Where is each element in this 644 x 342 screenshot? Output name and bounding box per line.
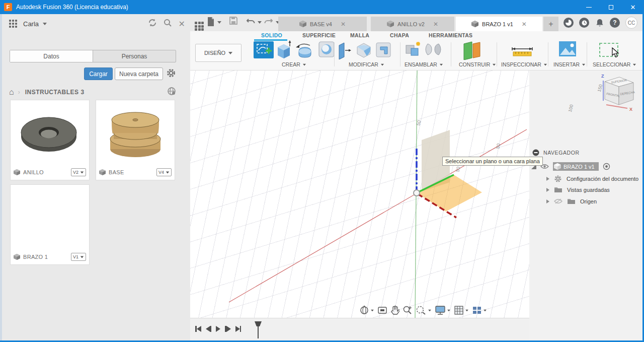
insert-image-icon[interactable] (558, 41, 577, 59)
file-card-brazo[interactable]: BRAZO 1 V1 (10, 184, 90, 265)
breadcrumb-folder[interactable]: INSTRUCTABLES 3 (25, 89, 85, 96)
minimize-button[interactable] (578, 0, 600, 14)
new-document-tab-button[interactable]: + (543, 17, 558, 31)
expand-arrow-icon[interactable] (546, 199, 549, 203)
home-icon[interactable]: ⌂ (9, 88, 14, 97)
doc-tab-anillo[interactable]: ANILLO v2 ✕ (371, 17, 454, 31)
save-icon[interactable] (229, 17, 237, 27)
version-dropdown[interactable]: V2 (71, 168, 86, 176)
orbit-tool-icon[interactable] (359, 305, 374, 315)
grid-settings-icon[interactable] (454, 305, 469, 315)
notifications-bell-icon[interactable] (595, 18, 605, 28)
shell-icon[interactable] (374, 41, 392, 61)
view-cube[interactable]: Z X SUPERIOR FRONTAL DERECHA (596, 71, 641, 113)
viewports-layout-icon[interactable] (472, 306, 487, 315)
maximize-button[interactable] (600, 0, 622, 14)
zoom-tool-icon[interactable] (403, 305, 413, 315)
group-seleccionar[interactable]: SELECCIONAR (593, 61, 636, 67)
group-ensamblar[interactable]: ENSAMBLAR (405, 61, 443, 67)
data-panel-tabs: Datos Personas (10, 50, 176, 62)
data-settings-gear-icon[interactable] (166, 68, 176, 80)
fillet-icon[interactable] (355, 41, 373, 61)
viewcube-z-label: Z (601, 74, 604, 79)
step-forward-button[interactable] (225, 326, 231, 332)
root-component-selected[interactable]: BRAZO 1 v1 (553, 162, 599, 171)
go-to-end-button[interactable] (235, 326, 242, 332)
activate-component-radio-icon[interactable] (603, 163, 610, 170)
fit-view-tool-icon[interactable] (416, 305, 432, 315)
undo-caret[interactable] (258, 21, 262, 24)
team-name[interactable]: Carla (23, 20, 39, 28)
construction-plane-icon[interactable] (461, 40, 483, 62)
doc-tab-close-icon[interactable]: ✕ (522, 21, 527, 28)
new-folder-button[interactable]: Nueva carpeta (115, 67, 163, 80)
look-at-tool-icon[interactable] (377, 306, 387, 315)
user-avatar[interactable]: CC (625, 17, 637, 29)
group-insertar[interactable]: INSERTAR (553, 61, 586, 67)
redo-icon[interactable] (264, 17, 273, 26)
upload-button[interactable]: Cargar (84, 67, 113, 80)
extensions-icon[interactable] (564, 18, 574, 28)
help-icon[interactable]: ? (610, 18, 620, 28)
tab-personas[interactable]: Personas (93, 50, 176, 62)
measure-icon[interactable] (511, 44, 533, 58)
context-tab-herramientas[interactable]: HERRAMIENTAS (429, 32, 472, 38)
origin-point[interactable] (414, 190, 420, 196)
context-tab-solido[interactable]: SOLIDO (261, 32, 282, 38)
group-construir[interactable]: CONSTRUIR (459, 61, 496, 67)
navigator-title: NAVEGADOR (543, 150, 580, 156)
extrude-icon[interactable] (275, 40, 292, 61)
x-axis-line[interactable] (229, 129, 527, 302)
context-tab-malla[interactable]: MALLA (350, 32, 369, 38)
new-component-icon[interactable] (404, 40, 422, 60)
pan-tool-icon[interactable] (390, 305, 399, 315)
refresh-icon[interactable] (148, 18, 157, 29)
navigator-row-doc-settings[interactable]: Configuración del documento (546, 175, 638, 183)
close-window-button[interactable]: ✕ (622, 0, 644, 14)
collapse-panel-icon[interactable] (532, 149, 539, 156)
group-crear[interactable]: CREAR (282, 61, 306, 67)
job-status-clock-icon[interactable] (579, 18, 589, 28)
group-modificar[interactable]: MODIFICAR (349, 61, 384, 67)
press-pull-icon[interactable] (337, 41, 352, 61)
hole-icon[interactable] (317, 40, 336, 60)
expand-arrow-icon[interactable] (546, 188, 549, 192)
search-icon[interactable] (163, 18, 172, 29)
file-card-anillo[interactable]: ANILLO V2 (10, 100, 90, 180)
project-web-icon[interactable] (167, 87, 176, 98)
visibility-off-eye-icon[interactable] (554, 198, 562, 204)
undo-icon[interactable] (247, 17, 256, 26)
file-card-base[interactable]: BASE V4 (96, 100, 175, 180)
play-button[interactable] (216, 326, 220, 332)
go-to-start-button[interactable] (195, 326, 201, 332)
context-tab-superficie[interactable]: SUPERFICIE (302, 32, 336, 38)
app-grid-icon[interactable] (195, 17, 204, 31)
step-back-button[interactable] (206, 326, 212, 332)
timeline-playhead[interactable] (255, 321, 263, 339)
workspace-selector[interactable]: DISEÑO (195, 44, 242, 62)
display-settings-icon[interactable] (435, 305, 451, 315)
navigator-row-origin[interactable]: Origen (546, 198, 597, 204)
file-menu-icon[interactable] (207, 17, 215, 29)
revolve-icon[interactable] (295, 42, 315, 60)
file-menu-caret[interactable] (217, 21, 221, 24)
doc-tab-base[interactable]: BASE v4 ✕ (278, 17, 367, 31)
version-dropdown[interactable]: V1 (71, 253, 86, 261)
navigator-root-row[interactable]: BRAZO 1 v1 (531, 162, 610, 171)
doc-tab-label: ANILLO v2 (397, 21, 425, 27)
doc-tab-brazo-active[interactable]: BRAZO 1 v1 ✕ (456, 17, 542, 31)
tab-datos[interactable]: Datos (10, 50, 93, 62)
close-panel-icon[interactable]: ✕ (179, 19, 185, 29)
navigator-row-saved-views[interactable]: Vistas guardadas (546, 186, 610, 193)
group-inspeccionar[interactable]: INSPECCIONAR (501, 61, 547, 67)
navigator-header[interactable]: NAVEGADOR (532, 149, 580, 156)
version-dropdown[interactable]: V4 (156, 168, 172, 176)
context-tab-chapa[interactable]: CHAPA (390, 32, 409, 38)
joint-icon[interactable] (425, 41, 442, 60)
expand-arrow-icon[interactable] (546, 177, 549, 181)
create-sketch-icon[interactable] (254, 41, 274, 60)
team-chevron-down-icon[interactable] (43, 23, 47, 25)
viewport-canvas[interactable]: 50 50 50 (190, 71, 529, 318)
doc-tab-close-icon[interactable]: ✕ (341, 21, 346, 28)
doc-tab-close-icon[interactable]: ✕ (433, 21, 438, 28)
